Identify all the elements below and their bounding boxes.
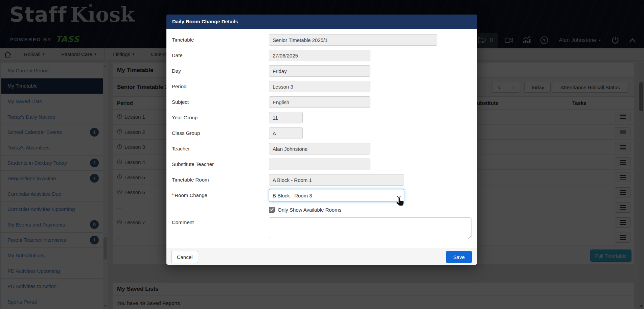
comment-textarea[interactable] (269, 217, 472, 238)
modal-title: Daily Room Change Details (172, 15, 238, 29)
resize-grip-icon[interactable] (468, 234, 472, 240)
required-asterisk: * (172, 193, 174, 198)
comment-label: Comment (172, 219, 194, 225)
day-input[interactable] (269, 65, 370, 77)
mouse-cursor-hand (396, 197, 405, 209)
year-group-row: Year Group (166, 110, 477, 125)
date-input[interactable] (269, 50, 370, 61)
daily-room-change-modal: Daily Room Change Details TimetableDateD… (166, 15, 477, 265)
substitute-teacher-label: Substitute Teacher (172, 157, 214, 172)
timetable-label: Timetable (172, 32, 194, 48)
comment-row: Comment (166, 217, 477, 248)
timetable-row: Timetable (166, 32, 477, 48)
teacher-row: Teacher (166, 141, 477, 157)
period-row: Period (166, 79, 477, 94)
teacher-label: Teacher (172, 141, 190, 157)
subject-row: Subject (166, 94, 477, 110)
day-row: Day (166, 63, 477, 79)
subject-label: Subject (172, 94, 189, 110)
date-label: Date (172, 48, 183, 63)
timetable-room-label: Timetable Room (172, 172, 209, 188)
year-group-label: Year Group (172, 110, 198, 125)
class-group-label: Class Group (172, 125, 200, 141)
date-row: Date (166, 48, 477, 63)
period-input[interactable] (269, 81, 370, 92)
year-group-input[interactable] (269, 112, 303, 123)
timetable-input[interactable] (269, 34, 437, 46)
period-label: Period (172, 79, 186, 94)
modal-footer: Cancel Save (166, 248, 477, 265)
class-group-input[interactable] (269, 127, 303, 139)
room-change-value: B Block - Room 3 (273, 193, 312, 198)
cancel-button[interactable]: Cancel (171, 251, 198, 263)
substitute-teacher-input[interactable] (269, 159, 370, 170)
room-change-row: *Room Change B Block - Room 3 (166, 188, 477, 203)
timetable-room-row: Timetable Room (166, 172, 477, 188)
class-group-row: Class Group (166, 125, 477, 141)
subject-input[interactable] (269, 96, 370, 108)
teacher-input[interactable] (269, 143, 370, 154)
timetable-room-input[interactable] (269, 174, 404, 186)
only-available-rooms-checkbox[interactable] (269, 207, 275, 213)
day-label: Day (172, 63, 181, 79)
save-button[interactable]: Save (446, 251, 472, 263)
substitute-teacher-row: Substitute Teacher (166, 157, 477, 172)
only-available-rooms-row: Only Show Available Rooms (166, 203, 477, 217)
modal-header: Daily Room Change Details (166, 15, 477, 29)
room-change-select[interactable]: B Block - Room 3 (269, 189, 404, 202)
room-change-label: *Room Change (172, 188, 207, 204)
only-available-rooms-label: Only Show Available Rooms (278, 203, 341, 217)
